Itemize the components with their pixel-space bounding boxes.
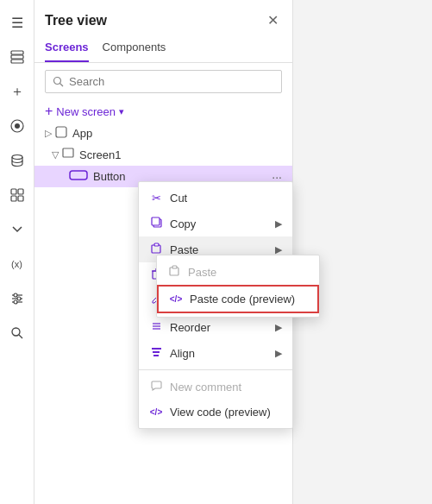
hamburger-icon[interactable]: ☰ bbox=[2, 7, 33, 38]
paste-submenu: Paste </> Paste code (preview) bbox=[156, 255, 320, 318]
button-label: Button bbox=[93, 170, 126, 183]
screen1-label: Screen1 bbox=[79, 148, 121, 161]
svg-point-15 bbox=[14, 300, 17, 304]
search-box bbox=[45, 70, 282, 93]
cut-label: Cut bbox=[170, 192, 187, 205]
svg-rect-22 bbox=[70, 171, 87, 180]
svg-point-16 bbox=[12, 328, 20, 336]
svg-rect-21 bbox=[63, 148, 73, 157]
components-icon[interactable] bbox=[2, 180, 33, 211]
svg-rect-24 bbox=[152, 217, 160, 225]
svg-point-18 bbox=[54, 78, 61, 85]
search-input[interactable] bbox=[69, 75, 274, 88]
svg-rect-6 bbox=[11, 189, 16, 194]
sidebar: ☰ ＋ (x) bbox=[0, 0, 34, 504]
close-button[interactable]: ✕ bbox=[264, 10, 282, 30]
screen-icon bbox=[62, 148, 74, 162]
view-code-icon: </> bbox=[149, 407, 163, 417]
svg-point-14 bbox=[17, 297, 21, 300]
database-icon[interactable] bbox=[2, 145, 33, 176]
submenu-paste-icon bbox=[167, 265, 181, 279]
variable-icon[interactable]: (x) bbox=[2, 249, 33, 280]
svg-rect-2 bbox=[11, 60, 23, 63]
svg-line-17 bbox=[19, 335, 22, 338]
svg-point-13 bbox=[14, 293, 17, 297]
submenu-paste-label: Paste bbox=[188, 266, 216, 279]
reorder-chevron-icon: ▶ bbox=[275, 322, 282, 333]
svg-point-4 bbox=[15, 123, 20, 129]
align-chevron-icon: ▶ bbox=[275, 348, 282, 359]
layers-icon[interactable] bbox=[2, 41, 33, 72]
view-code-label: View code (preview) bbox=[170, 406, 271, 419]
tree-item-screen1[interactable]: ▽ Screen1 bbox=[34, 144, 292, 166]
tree-title: Tree view bbox=[45, 13, 107, 28]
cut-icon: ✂ bbox=[149, 192, 163, 205]
tab-components[interactable]: Components bbox=[103, 37, 166, 62]
svg-rect-20 bbox=[56, 127, 66, 137]
new-screen-label: New screen bbox=[56, 105, 116, 118]
menu-item-align[interactable]: Align ▶ bbox=[139, 340, 292, 366]
menu-item-new-comment: New comment bbox=[139, 374, 292, 400]
menu-item-cut[interactable]: ✂ Cut bbox=[139, 186, 292, 211]
plus-icon[interactable]: ＋ bbox=[2, 76, 33, 107]
menu-item-reorder[interactable]: Reorder ▶ bbox=[139, 314, 292, 340]
tab-screens[interactable]: Screens bbox=[45, 37, 89, 62]
svg-rect-37 bbox=[172, 266, 177, 268]
copy-label: Copy bbox=[170, 217, 196, 230]
svg-rect-33 bbox=[152, 348, 161, 350]
align-label: Align bbox=[170, 347, 195, 360]
reorder-icon bbox=[149, 320, 163, 334]
svg-rect-0 bbox=[11, 51, 23, 54]
new-comment-label: New comment bbox=[170, 381, 241, 394]
paste-code-icon: </> bbox=[169, 294, 183, 304]
reorder-label: Reorder bbox=[170, 321, 210, 334]
tree-header: Tree view ✕ bbox=[34, 0, 292, 30]
paste-code-label: Paste code (preview) bbox=[190, 293, 295, 306]
svg-rect-8 bbox=[11, 196, 16, 201]
app-label: App bbox=[72, 127, 92, 140]
search-sidebar-icon[interactable] bbox=[2, 318, 33, 349]
new-screen-button[interactable]: + New screen ▾ bbox=[34, 100, 292, 123]
submenu-item-paste-code[interactable]: </> Paste code (preview) bbox=[157, 285, 319, 313]
svg-rect-7 bbox=[18, 189, 23, 194]
menu-item-view-code[interactable]: </> View code (preview) bbox=[139, 400, 292, 425]
copy-chevron-icon: ▶ bbox=[275, 218, 282, 230]
comment-icon bbox=[149, 380, 163, 394]
tree-tabs: Screens Components bbox=[34, 30, 292, 63]
palette-icon[interactable] bbox=[2, 110, 33, 142]
svg-rect-35 bbox=[153, 355, 159, 356]
paste-chevron-icon: ▶ bbox=[275, 244, 282, 255]
svg-rect-34 bbox=[153, 351, 160, 353]
tree-item-app[interactable]: ▷ App bbox=[34, 123, 292, 144]
svg-point-5 bbox=[12, 155, 22, 160]
search-icon bbox=[53, 76, 64, 87]
svg-rect-26 bbox=[154, 243, 159, 246]
svg-rect-9 bbox=[18, 196, 23, 201]
menu-item-copy[interactable]: Copy ▶ bbox=[139, 211, 292, 236]
align-icon bbox=[149, 346, 163, 360]
controls-icon[interactable] bbox=[2, 283, 33, 314]
menu-divider bbox=[139, 369, 292, 370]
right-area bbox=[293, 0, 432, 504]
copy-icon bbox=[149, 217, 163, 230]
svg-rect-1 bbox=[11, 55, 23, 59]
svg-line-19 bbox=[60, 84, 64, 87]
arrow-icon[interactable] bbox=[2, 214, 33, 245]
submenu-item-paste[interactable]: Paste bbox=[157, 259, 319, 285]
button-icon bbox=[69, 169, 88, 184]
app-icon bbox=[55, 126, 67, 141]
